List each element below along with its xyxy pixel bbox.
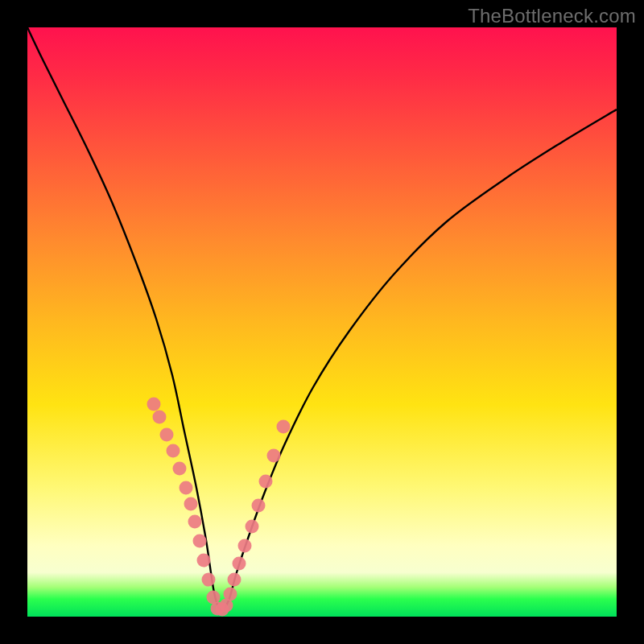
marker-dot [202,573,216,587]
chart-frame: TheBottleneck.com [0,0,644,644]
marker-dot [153,411,167,424]
marker-dot [233,557,246,571]
marker-dot [180,481,193,495]
curve-layer [27,27,617,617]
marker-dot [184,497,198,511]
marker-dot [228,573,242,587]
curve-markers [147,398,291,617]
marker-dot [197,554,211,568]
marker-dot [238,539,252,553]
bottleneck-curve [27,27,617,610]
marker-dot [173,462,187,476]
marker-dot [193,535,207,548]
plot-area [27,27,617,617]
marker-dot [160,428,174,442]
marker-dot [188,515,202,529]
marker-dot [220,599,233,613]
marker-dot [259,475,273,489]
marker-dot [252,499,266,513]
marker-dot [167,444,180,458]
marker-dot [267,449,281,463]
marker-dot [277,420,291,434]
watermark-text: TheBottleneck.com [468,5,636,27]
marker-dot [246,520,259,534]
marker-dot [147,398,161,411]
